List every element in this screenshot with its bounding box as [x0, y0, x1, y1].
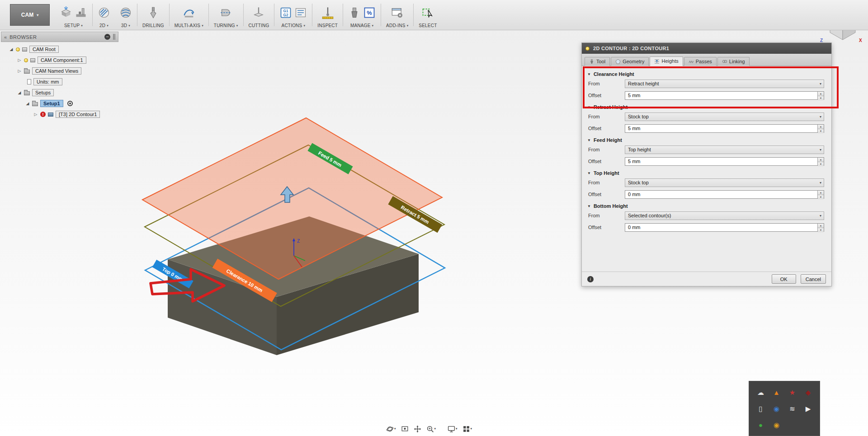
- retract-from-select[interactable]: Stock top▾: [625, 113, 824, 121]
- toolbar-group-3d[interactable]: 3D▾: [115, 0, 137, 30]
- tray-pointer-icon[interactable]: ▶: [806, 405, 811, 412]
- tab-heights[interactable]: Heights: [650, 56, 683, 66]
- feed-from-select[interactable]: Top height▾: [625, 145, 824, 154]
- clearance-offset-input[interactable]: ▴▾: [625, 91, 824, 100]
- tree-row-cam-component[interactable]: ▷ CAM Component:1: [1, 55, 118, 66]
- add-ins-icon: [391, 6, 404, 19]
- cancel-button[interactable]: Cancel: [801, 274, 826, 284]
- collapse-panel-icon[interactable]: «: [4, 34, 7, 40]
- turning-icon: [220, 6, 232, 19]
- setup-folder-icon: [75, 6, 87, 19]
- tree-row-units[interactable]: Units: mm: [1, 76, 118, 87]
- spinner[interactable]: ▴▾: [817, 92, 824, 99]
- tray-green-app-icon[interactable]: ●: [759, 422, 763, 428]
- ok-button[interactable]: OK: [772, 274, 796, 284]
- top-toolbar: CAM ▾ SETUP▾ 2D▾: [0, 0, 868, 30]
- collapse-triangle-icon[interactable]: ▼: [587, 72, 591, 76]
- tray-wifi-icon[interactable]: ≋: [789, 405, 795, 412]
- collapse-triangle-icon[interactable]: ▼: [587, 138, 591, 142]
- tray-cloud-icon[interactable]: ☁: [757, 389, 764, 396]
- tree-label[interactable]: [T3] 2D Contour1: [56, 111, 100, 118]
- height-drag-arrow[interactable]: [281, 187, 293, 202]
- info-icon[interactable]: i: [587, 276, 594, 282]
- minimize-panel-icon[interactable]: –: [104, 34, 110, 40]
- toolbar-group-turning[interactable]: TURNING▾: [209, 0, 243, 30]
- toolbar-group-select[interactable]: SELECT: [414, 0, 441, 30]
- feed-offset-input[interactable]: ▴▾: [625, 157, 824, 166]
- retract-offset-input[interactable]: ▴▾: [625, 124, 824, 133]
- tree-row-named-views[interactable]: ▷ CAM Named Views: [1, 66, 118, 76]
- spinner[interactable]: ▴▾: [817, 158, 824, 165]
- dialog-title-bar[interactable]: 2D CONTOUR : 2D CONTOUR1: [582, 43, 831, 54]
- tray-antivirus-icon[interactable]: ◉: [774, 405, 779, 412]
- toolbar-group-manage[interactable]: % MANAGE▾: [344, 0, 380, 30]
- toolbar-group-actions[interactable]: G1G2 ACTIONS▾: [275, 0, 311, 30]
- tree-row-cam-root[interactable]: ◢ CAM Root: [1, 44, 118, 55]
- toolbar-group-setup[interactable]: SETUP▾: [55, 0, 92, 30]
- from-label: From: [588, 114, 625, 119]
- tree-row-setup1[interactable]: ◢ Setup1: [1, 98, 118, 109]
- tree-label-selected[interactable]: Setup1: [40, 100, 63, 107]
- grid-layout-button[interactable]: ▾: [461, 423, 474, 434]
- tree-row-setups[interactable]: ◢ Setups: [1, 87, 118, 98]
- toolbar-group-add-ins[interactable]: ADD-INS▾: [382, 0, 413, 30]
- tab-tool[interactable]: Tool: [585, 57, 610, 66]
- active-setup-target-icon[interactable]: [67, 101, 73, 106]
- visibility-bulb-icon[interactable]: [24, 58, 28, 62]
- tree-label[interactable]: CAM Root: [29, 46, 59, 53]
- tree-label[interactable]: Units: mm: [33, 78, 62, 85]
- expander-open-icon[interactable]: ◢: [9, 47, 14, 52]
- spinner[interactable]: ▴▾: [817, 125, 824, 132]
- chevron-down-icon: ▾: [407, 24, 409, 28]
- toolbar-group-multi-axis[interactable]: MULTI-AXIS▾: [170, 0, 208, 30]
- offset-label: Offset: [588, 225, 625, 230]
- expander-closed-icon[interactable]: ▷: [33, 112, 38, 117]
- orbit-button[interactable]: ▾: [384, 423, 398, 434]
- stock-block[interactable]: [168, 216, 419, 355]
- spinner[interactable]: ▴▾: [817, 224, 824, 231]
- bottom-offset-input[interactable]: ▴▾: [625, 223, 824, 232]
- toolbar-separator: [312, 4, 312, 26]
- panel-grip-icon[interactable]: [113, 34, 115, 40]
- tab-linking[interactable]: Linking: [717, 57, 750, 66]
- tree-row-2d-contour1[interactable]: ▷ [T3] 2D Contour1: [1, 109, 118, 120]
- top-label: Top 0 mm: [161, 266, 184, 282]
- toolbar-group-inspect[interactable]: INSPECT: [313, 0, 342, 30]
- top-from-select[interactable]: Stock top▾: [625, 178, 824, 187]
- clearance-from-select[interactable]: Retract height▾: [625, 80, 824, 88]
- visibility-bulb-icon[interactable]: [16, 47, 20, 52]
- chevron-down-icon: ▾: [394, 427, 396, 431]
- tray-red-shield-icon[interactable]: ◆: [806, 389, 811, 396]
- tray-device-icon[interactable]: ▯: [759, 405, 762, 412]
- section-bottom-height: ▼Bottom Height From Selected contour(s)▾…: [582, 202, 831, 232]
- display-settings-button[interactable]: ▾: [446, 423, 459, 434]
- tree-label[interactable]: CAM Component:1: [38, 56, 86, 64]
- tab-geometry[interactable]: Geometry: [611, 57, 649, 66]
- toolbar-group-cutting[interactable]: CUTTING: [244, 0, 274, 30]
- expander-closed-icon[interactable]: ▷: [17, 69, 22, 73]
- tray-browser-icon[interactable]: ◉: [774, 422, 779, 428]
- look-at-button[interactable]: [399, 423, 410, 434]
- feed-label: Feed 5 mm: [317, 150, 343, 168]
- expander-open-icon[interactable]: ◢: [25, 101, 30, 106]
- toolbar-group-drilling[interactable]: DRILLING: [138, 0, 169, 30]
- collapse-triangle-icon[interactable]: ▼: [587, 171, 591, 175]
- spinner[interactable]: ▴▾: [817, 191, 824, 198]
- expander-open-icon[interactable]: ◢: [17, 90, 22, 95]
- tab-passes[interactable]: Passes: [684, 57, 717, 66]
- chevron-down-icon: ▾: [820, 115, 821, 119]
- zoom-button[interactable]: ▾: [425, 423, 438, 434]
- collapse-triangle-icon[interactable]: ▼: [587, 204, 591, 208]
- workspace-switcher[interactable]: CAM ▾: [10, 4, 50, 26]
- group-label: TURNING: [214, 23, 235, 28]
- tray-orange-app-icon[interactable]: ▲: [773, 389, 780, 396]
- tray-red-app-icon[interactable]: ★: [789, 389, 795, 396]
- tree-label[interactable]: Setups: [32, 89, 54, 96]
- collapse-triangle-icon[interactable]: ▼: [587, 105, 591, 109]
- toolbar-group-2d[interactable]: 2D▾: [93, 0, 115, 30]
- tree-label[interactable]: CAM Named Views: [32, 67, 81, 75]
- top-offset-input[interactable]: ▴▾: [625, 190, 824, 199]
- pan-button[interactable]: [412, 423, 423, 434]
- expander-closed-icon[interactable]: ▷: [17, 58, 22, 62]
- bottom-from-select[interactable]: Selected contour(s)▾: [625, 211, 824, 220]
